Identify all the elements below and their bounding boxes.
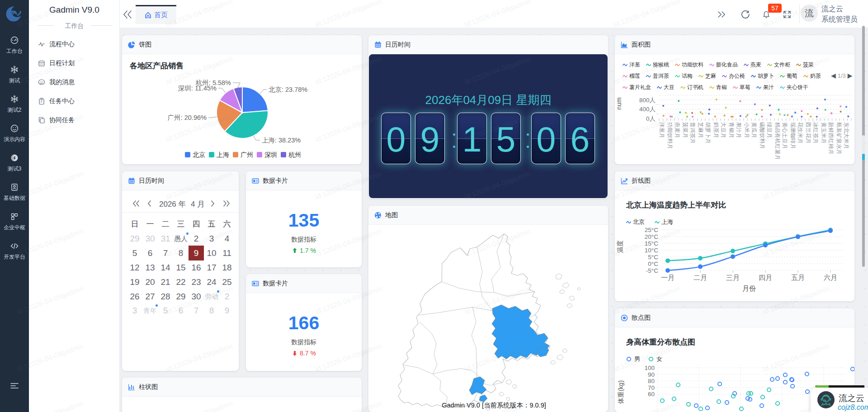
svg-text:四月: 四月: [759, 274, 772, 281]
svg-text:15°C: 15°C: [645, 240, 658, 247]
svg-text:20°C: 20°C: [645, 233, 658, 240]
svg-text:上海: 上海: [217, 151, 229, 158]
svg-text:杭州: 5.58%: 杭州: 5.58%: [195, 79, 231, 86]
svg-text:一月: 一月: [661, 274, 675, 281]
svg-text:深圳: 深圳: [264, 151, 277, 158]
svg-text:上海: 38.23%: 上海: 38.23%: [262, 137, 301, 144]
svg-text:温度: 温度: [616, 240, 623, 253]
svg-text:月份: 月份: [742, 284, 756, 292]
svg-text:北京: 北京: [193, 151, 205, 158]
svg-text:广州: 20.96%: 广州: 20.96%: [168, 114, 207, 121]
svg-text:0°C: 0°C: [648, 260, 658, 267]
svg-text:广州: 广州: [241, 151, 253, 158]
svg-text:-5°C: -5°C: [646, 267, 658, 274]
svg-text:六月: 六月: [824, 274, 837, 281]
svg-text:杭州: 杭州: [288, 151, 301, 158]
svg-text:90: 90: [648, 371, 655, 378]
svg-text:num: num: [615, 97, 623, 109]
svg-text:二月: 二月: [693, 274, 707, 281]
svg-text:60: 60: [648, 391, 655, 398]
svg-text:100: 100: [644, 365, 655, 371]
svg-text:五月: 五月: [791, 274, 805, 281]
svg-text:70: 70: [648, 384, 655, 391]
svg-text:400人: 400人: [639, 106, 656, 113]
svg-text:10°C: 10°C: [645, 247, 658, 254]
svg-text:三月: 三月: [726, 274, 740, 281]
svg-text:体重(kg): 体重(kg): [617, 380, 624, 404]
svg-text:北京: 23.78%: 北京: 23.78%: [269, 86, 307, 93]
svg-text:80: 80: [648, 378, 655, 384]
svg-text:25°C: 25°C: [645, 227, 658, 233]
svg-text:0人: 0人: [646, 115, 656, 122]
svg-text:800人: 800人: [639, 97, 656, 104]
svg-text:5°C: 5°C: [648, 254, 658, 260]
